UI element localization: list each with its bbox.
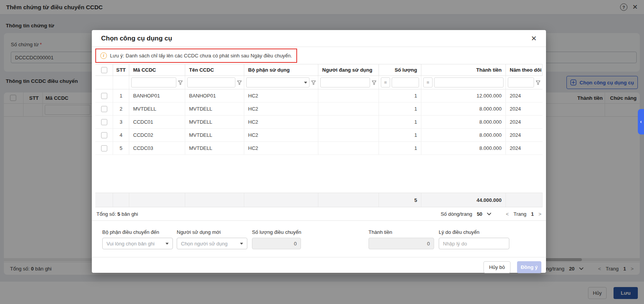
modal-confirm-button[interactable]: Đồng ý — [517, 261, 541, 273]
prev-page-icon[interactable]: < — [506, 211, 509, 217]
dept-to-placeholder: Vui lòng chọn bản ghi — [106, 241, 155, 247]
caret-down-icon[interactable] — [487, 213, 491, 215]
col-nguoi-dang-su-dung: Người đang sử dụng — [318, 64, 379, 76]
col-thanh-tien: Thành tiền — [421, 64, 506, 76]
app-window: Thêm chứng từ điều chuyển CCDC ? ✕ Thông… — [0, 0, 644, 304]
modal-table-footer: Tổng số: 5 bản ghi Số dòng/trang 50 < Tr… — [92, 207, 546, 221]
filter-operator-equals[interactable]: = — [381, 77, 390, 87]
cell-ten: MVTDELL — [185, 142, 244, 155]
modal-close-icon[interactable]: ✕ — [531, 35, 537, 42]
per-page-label: Số dòng/trang — [441, 211, 472, 217]
cell-ten: MVTDELL — [185, 102, 244, 115]
cell-nguoi — [318, 89, 379, 102]
row-checkbox[interactable] — [101, 119, 107, 125]
filter-operator-equals[interactable]: = — [423, 77, 433, 87]
dept-to-select[interactable]: Vui lòng chọn bản ghi — [102, 238, 173, 249]
cell-so-luong: 1 — [379, 142, 421, 155]
transfer-form: Bộ phận điều chuyển đến Vui lòng chọn bả… — [92, 221, 546, 257]
cell-nam: 2024 — [506, 89, 543, 102]
cell-nam: 2024 — [506, 142, 543, 155]
cell-thanh-tien: 8.000.000 — [421, 142, 506, 155]
table-row[interactable]: 1 BANHOP01 BANHOP01 HC2 1 12.000.000 202… — [95, 89, 543, 102]
filter-thanh-tien-input[interactable] — [434, 77, 504, 87]
table-summary-row: 5 44.000.000 — [95, 193, 543, 207]
filter-funnel-icon[interactable] — [311, 80, 316, 85]
modal-actions: Hủy bỏ Đồng ý — [92, 257, 546, 277]
cell-thanh-tien: 8.000.000 — [421, 129, 506, 141]
transfer-qty-input[interactable] — [252, 238, 301, 249]
filter-so-luong-input[interactable] — [392, 77, 419, 87]
cell-nguoi — [318, 102, 379, 115]
caret-down-icon — [240, 243, 243, 245]
table-row[interactable]: 3 CCDC01 MVTDELL HC2 1 8.000.000 2024 — [95, 116, 543, 129]
new-user-placeholder: Chọn người sử dụng — [181, 241, 228, 247]
row-checkbox[interactable] — [101, 93, 107, 99]
cell-ten: BANHOP01 — [185, 89, 244, 102]
filter-funnel-icon[interactable] — [178, 80, 183, 85]
cell-nam: 2024 — [506, 129, 543, 141]
new-user-label: Người sử dụng mới — [177, 229, 247, 235]
filter-funnel-icon[interactable] — [237, 80, 242, 85]
modal-cancel-button[interactable]: Hủy bỏ — [483, 261, 510, 273]
total-records: Tổng số: 5 bản ghi — [96, 211, 138, 217]
filter-nguoi-input[interactable] — [320, 77, 370, 87]
table-filter-row: = = — [95, 76, 543, 89]
summary-so-luong: 5 — [379, 193, 421, 207]
cell-thanh-tien: 8.000.000 — [421, 102, 506, 115]
new-user-select[interactable]: Chọn người sử dụng — [177, 238, 247, 249]
filter-nam-input[interactable] — [508, 77, 534, 87]
row-checkbox[interactable] — [101, 106, 107, 112]
notice-text: Lưu ý: Danh sách chỉ lấy lên các CCDC ch… — [110, 53, 292, 59]
cell-ten: MVTDELL — [185, 129, 244, 141]
filter-bo-phan-select[interactable] — [246, 77, 309, 87]
cell-bo-phan: HC2 — [244, 116, 318, 128]
cell-nguoi — [318, 142, 379, 155]
amount-label: Thành tiền — [368, 229, 434, 235]
col-ma-ccdc: Mã CCDC — [129, 64, 185, 76]
cell-so-luong: 1 — [379, 129, 421, 141]
table-row[interactable]: 4 CCDC02 MVTDELL HC2 1 8.000.000 2024 — [95, 129, 543, 142]
chevron-left-icon: ‹ — [640, 119, 642, 124]
cell-ma: CCDC03 — [129, 142, 185, 155]
cell-nguoi — [318, 129, 379, 141]
modal-pagination: Số dòng/trang 50 < Trang 1 > — [441, 211, 541, 217]
cell-ten: MVTDELL — [185, 116, 244, 128]
notice-banner: i Lưu ý: Danh sách chỉ lấy lên các CCDC … — [95, 49, 297, 63]
info-icon: i — [100, 52, 107, 59]
cell-so-luong: 1 — [379, 89, 421, 102]
cell-so-luong: 1 — [379, 116, 421, 128]
next-page-icon[interactable]: > — [538, 211, 541, 217]
cell-thanh-tien: 8.000.000 — [421, 116, 506, 128]
row-checkbox[interactable] — [101, 132, 107, 138]
row-checkbox[interactable] — [101, 145, 107, 151]
modal-header: Chọn công cụ dụng cụ ✕ — [92, 30, 546, 47]
cell-so-luong: 1 — [379, 102, 421, 115]
cell-ma: MVTDELL — [129, 102, 185, 115]
cell-stt: 5 — [113, 142, 129, 155]
cell-stt: 4 — [113, 129, 129, 141]
reason-input[interactable] — [439, 238, 509, 249]
select-all-checkbox[interactable] — [101, 67, 107, 73]
collapse-panel-tab[interactable]: ‹ — [638, 109, 644, 134]
cell-bo-phan: HC2 — [244, 142, 318, 155]
page-label: Trang — [514, 211, 526, 217]
filter-ma-ccdc-input[interactable] — [131, 77, 176, 87]
col-ten-ccdc: Tên CCDC — [185, 64, 244, 76]
filter-ten-ccdc-input[interactable] — [187, 77, 235, 87]
col-stt: STT — [113, 64, 129, 76]
modal-title: Chọn công cụ dụng cụ — [101, 35, 531, 42]
summary-thanh-tien: 44.000.000 — [421, 193, 506, 207]
filter-funnel-icon[interactable] — [536, 80, 541, 85]
cell-nam: 2024 — [506, 102, 543, 115]
col-so-luong: Số lượng — [379, 64, 421, 76]
filter-funnel-icon[interactable] — [372, 80, 377, 85]
cell-stt: 2 — [113, 102, 129, 115]
cell-nguoi — [318, 116, 379, 128]
cell-ma: CCDC01 — [129, 116, 185, 128]
table-row[interactable]: 2 MVTDELL MVTDELL HC2 1 8.000.000 2024 — [95, 102, 543, 116]
tools-table: STT Mã CCDC Tên CCDC Bộ phận sử dụng Ngư… — [95, 64, 543, 207]
cell-stt: 1 — [113, 89, 129, 102]
amount-input[interactable] — [368, 238, 434, 249]
table-row[interactable]: 5 CCDC03 MVTDELL HC2 1 8.000.000 2024 — [95, 142, 543, 155]
per-page-select[interactable]: 50 — [477, 211, 482, 217]
